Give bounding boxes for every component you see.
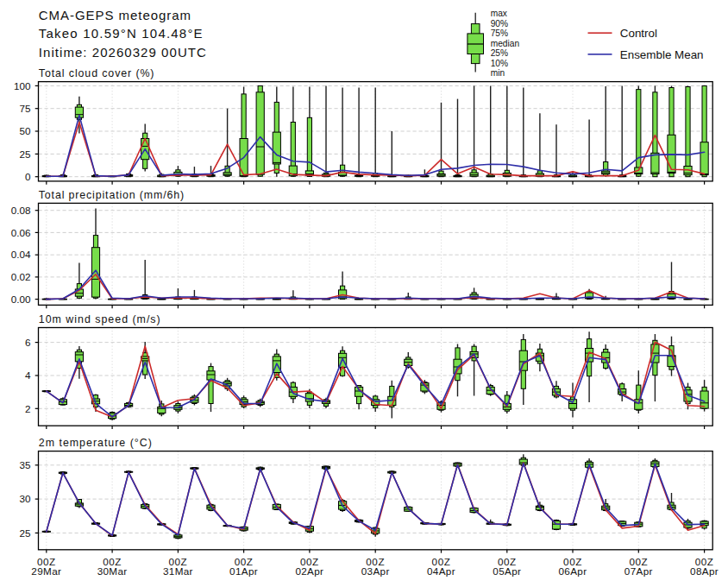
svg-text:Takeo 10.59°N 104.48°E: Takeo 10.59°N 104.48°E	[39, 26, 204, 41]
svg-text:31Mar: 31Mar	[163, 565, 193, 577]
svg-text:Initime: 20260329 00UTC: Initime: 20260329 00UTC	[39, 45, 207, 60]
svg-text:0: 0	[25, 171, 31, 182]
svg-text:25: 25	[19, 527, 31, 539]
svg-text:2: 2	[25, 403, 31, 414]
svg-text:25: 25	[19, 148, 31, 160]
svg-text:0.00: 0.00	[11, 294, 31, 305]
svg-text:0.04: 0.04	[11, 249, 31, 260]
svg-text:median: median	[491, 39, 519, 48]
svg-text:01Apr: 01Apr	[229, 565, 258, 577]
svg-text:25%: 25%	[491, 48, 508, 58]
svg-text:06Apr: 06Apr	[559, 565, 587, 577]
svg-text:04Apr: 04Apr	[427, 565, 455, 577]
svg-text:08Apr: 08Apr	[690, 565, 719, 577]
svg-text:CMA-GEPS meteogram: CMA-GEPS meteogram	[39, 8, 191, 22]
svg-text:75%: 75%	[491, 28, 508, 38]
svg-text:Total cloud cover (%): Total cloud cover (%)	[39, 67, 155, 79]
svg-text:0.02: 0.02	[11, 271, 31, 282]
svg-text:Control: Control	[620, 27, 657, 40]
svg-text:50: 50	[19, 125, 31, 136]
svg-text:03Apr: 03Apr	[361, 565, 390, 577]
svg-text:Total precipitation (mm/6h): Total precipitation (mm/6h)	[39, 189, 185, 201]
svg-text:07Apr: 07Apr	[624, 565, 653, 577]
svg-text:30Mar: 30Mar	[97, 565, 128, 577]
svg-text:4: 4	[25, 369, 31, 381]
svg-text:6: 6	[25, 337, 31, 348]
svg-text:90%: 90%	[491, 19, 508, 28]
svg-text:05Apr: 05Apr	[493, 565, 521, 577]
svg-text:10m wind speed (m/s): 10m wind speed (m/s)	[39, 313, 161, 325]
svg-text:0.08: 0.08	[11, 205, 31, 216]
svg-text:0.06: 0.06	[11, 227, 31, 238]
svg-text:75: 75	[19, 103, 31, 114]
svg-text:min: min	[491, 68, 505, 78]
svg-text:30: 30	[19, 493, 31, 504]
svg-text:29Mar: 29Mar	[31, 565, 61, 577]
svg-text:max: max	[491, 9, 507, 18]
svg-text:35: 35	[19, 459, 31, 470]
svg-text:Ensemble Mean: Ensemble Mean	[620, 48, 704, 61]
svg-text:100: 100	[14, 80, 31, 92]
svg-text:02Apr: 02Apr	[295, 565, 323, 577]
svg-text:2m temperature (°C): 2m temperature (°C)	[39, 437, 153, 449]
svg-text:10%: 10%	[491, 59, 508, 68]
